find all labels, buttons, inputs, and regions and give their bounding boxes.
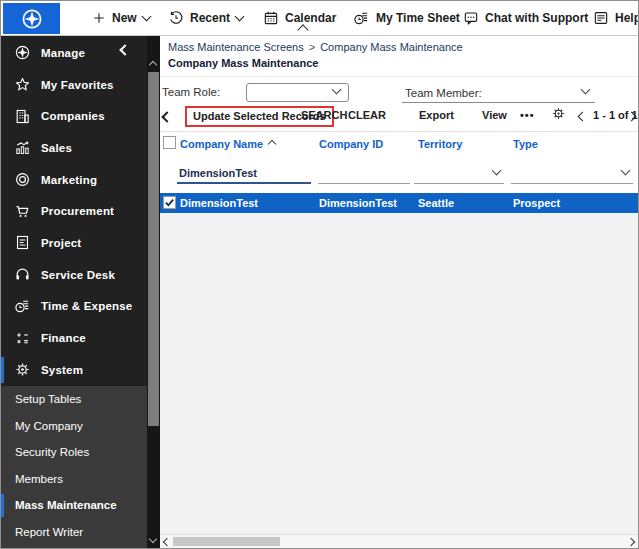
sidebar-item-label: Manage (41, 47, 85, 59)
chevron-down-icon (621, 166, 631, 176)
document-icon (14, 234, 31, 251)
help-icon (593, 10, 609, 26)
submenu-item-label: Security Roles (15, 446, 89, 458)
sidebar-item-label: Marketing (41, 174, 97, 186)
nav-chat-with-support[interactable]: Chat with Support (463, 1, 588, 35)
filter-select-type[interactable] (511, 164, 633, 184)
chat-icon (463, 10, 479, 26)
submenu-item-report-writer[interactable]: Report Writer (1, 519, 147, 546)
nav-recent[interactable]: Recent (168, 1, 243, 35)
search-button[interactable]: SEARCH (301, 109, 347, 121)
submenu-item-label: Members (15, 473, 63, 485)
scrollbar-thumb[interactable] (173, 537, 280, 546)
team-role-select[interactable] (246, 83, 349, 102)
sidebar-item-companies[interactable]: Companies (1, 100, 147, 132)
breadcrumb-link-company-mass-maintenance[interactable]: Company Mass Maintenance (320, 41, 462, 53)
scroll-up-icon[interactable] (149, 61, 157, 69)
sidebar-item-time-expense[interactable]: Time & Expense (1, 291, 147, 323)
collapse-sidebar-icon[interactable] (119, 44, 130, 55)
breadcrumb-separator: > (309, 41, 315, 53)
filter-input-company-name[interactable] (177, 164, 311, 184)
filter-select-territory[interactable] (414, 164, 504, 184)
sidebar-item-label: Time & Expense (41, 300, 132, 312)
breadcrumb-link-mass-maintenance-screens[interactable]: Mass Maintenance Screens (168, 41, 304, 53)
column-header-type[interactable]: Type (513, 138, 538, 150)
team-filter-row: Team Role: Team Member: (160, 76, 638, 106)
cell-territory: Seattle (418, 197, 454, 209)
timesheet-icon (353, 10, 370, 27)
submenu-item-security-roles[interactable]: Security Roles (1, 439, 147, 466)
sidebar-scrollbar[interactable] (147, 36, 160, 548)
previous-page-icon[interactable] (578, 112, 588, 122)
gear-icon (551, 106, 566, 121)
compass-logo-icon (20, 7, 44, 31)
gear-icon (14, 361, 31, 378)
sidebar-item-service-desk[interactable]: Service Desk (1, 259, 147, 291)
sort-ascending-icon (268, 140, 276, 148)
submenu-item-my-company[interactable]: My Company (1, 413, 147, 440)
app-logo[interactable] (3, 3, 60, 34)
scroll-left-icon[interactable] (163, 538, 171, 546)
submenu-item-members[interactable]: Members (1, 466, 147, 493)
team-member-label: Team Member: (405, 87, 482, 99)
chevron-down-icon (141, 12, 151, 22)
horizontal-scrollbar[interactable] (160, 534, 638, 548)
cell-company-id: DimensionTest (319, 197, 397, 209)
nav-new[interactable]: New (92, 1, 150, 35)
submenu-item-label: Report Writer (15, 526, 83, 538)
table-filter-row (160, 160, 638, 190)
scrollbar-thumb[interactable] (148, 72, 159, 426)
view-button[interactable]: View (482, 109, 507, 121)
sidebar-item-procurement[interactable]: Procurement (1, 195, 147, 227)
back-icon[interactable] (161, 111, 172, 122)
sidebar-item-label: Project (41, 237, 81, 249)
app-window: New Recent Calendar My Time Sheet Chat w… (0, 0, 639, 549)
headset-icon (14, 266, 31, 283)
sidebar-item-manage[interactable]: Manage (1, 37, 147, 69)
clear-button[interactable]: CLEAR (348, 109, 386, 121)
nav-new-label: New (112, 11, 137, 25)
scroll-right-icon[interactable] (627, 538, 635, 546)
sidebar-item-project[interactable]: Project (1, 227, 147, 259)
breadcrumb: Mass Maintenance Screens>Company Mass Ma… (168, 41, 463, 53)
column-header-company-id[interactable]: Company ID (319, 138, 383, 150)
column-header-territory[interactable]: Territory (418, 138, 462, 150)
nav-my-time-sheet-label: My Time Sheet (376, 11, 460, 25)
sidebar-item-finance[interactable]: Finance (1, 322, 147, 354)
table-header-row: Company Name Company ID Territory Type (160, 132, 638, 157)
submenu-item-setup-tables[interactable]: Setup Tables (1, 386, 147, 413)
sidebar-item-my-favorites[interactable]: My Favorites (1, 69, 147, 101)
chevron-down-icon (492, 166, 502, 176)
grid-toolbar: Update Selected Records SEARCH CLEAR Exp… (160, 106, 638, 130)
export-button[interactable]: Export (419, 109, 454, 121)
row-checkbox-checked[interactable] (163, 196, 176, 209)
nav-help-label: Help (615, 11, 639, 25)
sidebar-item-label: Finance (41, 332, 86, 344)
top-navigation-bar: New Recent Calendar My Time Sheet Chat w… (1, 1, 638, 36)
scroll-down-icon[interactable] (149, 535, 157, 543)
sidebar-item-system[interactable]: System (1, 354, 147, 386)
building-icon (14, 108, 31, 125)
more-options-button[interactable]: ••• (520, 109, 535, 121)
sidebar-item-label: Companies (41, 110, 105, 122)
sidebar-item-sales[interactable]: Sales (1, 132, 147, 164)
grid-settings-gear-icon[interactable] (551, 106, 566, 121)
nav-help[interactable]: Help (593, 1, 639, 35)
cell-company-name: DimensionTest (180, 197, 258, 209)
nav-calendar-label: Calendar (285, 11, 336, 25)
submenu-item-mass-maintenance[interactable]: Mass Maintenance (1, 492, 147, 519)
submenu-item-label: My Company (15, 420, 83, 432)
filter-input-company-id[interactable] (318, 164, 410, 184)
team-member-select[interactable]: Team Member: (402, 81, 595, 103)
page-title: Company Mass Maintenance (168, 57, 318, 69)
sidebar-item-marketing[interactable]: Marketing (1, 164, 147, 196)
system-submenu: Setup Tables My Company Security Roles M… (1, 386, 147, 548)
nav-my-time-sheet[interactable]: My Time Sheet (353, 1, 460, 35)
sidebar: Manage My Favorites Companies Sales Mark… (1, 36, 147, 548)
nav-chat-label: Chat with Support (485, 11, 588, 25)
sidebar-item-label: Service Desk (41, 269, 115, 281)
select-all-checkbox[interactable] (163, 136, 176, 149)
column-header-company-name[interactable]: Company Name (180, 138, 275, 150)
team-role-label: Team Role: (162, 86, 220, 98)
table-row-dimensiontest[interactable]: DimensionTest DimensionTest Seattle Pros… (160, 193, 638, 213)
